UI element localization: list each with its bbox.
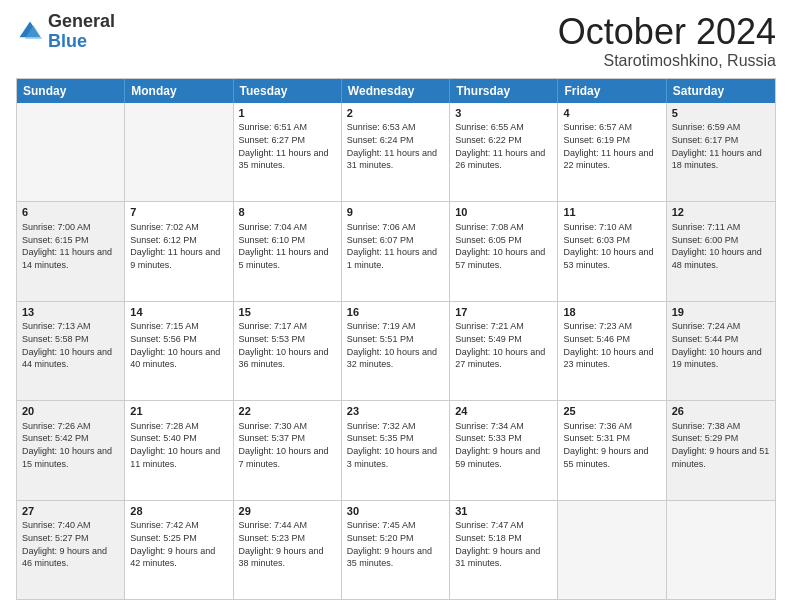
day-info: Sunrise: 6:59 AM Sunset: 6:17 PM Dayligh… (672, 121, 770, 171)
day-number: 23 (347, 404, 444, 419)
calendar-cell: 4Sunrise: 6:57 AM Sunset: 6:19 PM Daylig… (558, 103, 666, 201)
day-number: 9 (347, 205, 444, 220)
calendar-cell: 18Sunrise: 7:23 AM Sunset: 5:46 PM Dayli… (558, 302, 666, 400)
day-info: Sunrise: 6:53 AM Sunset: 6:24 PM Dayligh… (347, 121, 444, 171)
title-month: October 2024 (558, 12, 776, 52)
calendar-body: 1Sunrise: 6:51 AM Sunset: 6:27 PM Daylig… (17, 103, 775, 599)
day-info: Sunrise: 7:13 AM Sunset: 5:58 PM Dayligh… (22, 320, 119, 370)
calendar-cell (558, 501, 666, 599)
day-number: 4 (563, 106, 660, 121)
day-info: Sunrise: 7:08 AM Sunset: 6:05 PM Dayligh… (455, 221, 552, 271)
day-number: 25 (563, 404, 660, 419)
day-number: 17 (455, 305, 552, 320)
calendar-row-2: 6Sunrise: 7:00 AM Sunset: 6:15 PM Daylig… (17, 201, 775, 300)
day-number: 8 (239, 205, 336, 220)
calendar-cell: 17Sunrise: 7:21 AM Sunset: 5:49 PM Dayli… (450, 302, 558, 400)
calendar-cell: 9Sunrise: 7:06 AM Sunset: 6:07 PM Daylig… (342, 202, 450, 300)
weekday-header-tuesday: Tuesday (234, 79, 342, 103)
calendar-row-5: 27Sunrise: 7:40 AM Sunset: 5:27 PM Dayli… (17, 500, 775, 599)
calendar-cell: 25Sunrise: 7:36 AM Sunset: 5:31 PM Dayli… (558, 401, 666, 499)
calendar-row-1: 1Sunrise: 6:51 AM Sunset: 6:27 PM Daylig… (17, 103, 775, 201)
calendar-cell: 1Sunrise: 6:51 AM Sunset: 6:27 PM Daylig… (234, 103, 342, 201)
day-info: Sunrise: 7:40 AM Sunset: 5:27 PM Dayligh… (22, 519, 119, 569)
calendar-cell: 21Sunrise: 7:28 AM Sunset: 5:40 PM Dayli… (125, 401, 233, 499)
day-number: 2 (347, 106, 444, 121)
day-info: Sunrise: 7:36 AM Sunset: 5:31 PM Dayligh… (563, 420, 660, 470)
day-number: 14 (130, 305, 227, 320)
weekday-header-friday: Friday (558, 79, 666, 103)
day-number: 19 (672, 305, 770, 320)
calendar-row-4: 20Sunrise: 7:26 AM Sunset: 5:42 PM Dayli… (17, 400, 775, 499)
day-number: 11 (563, 205, 660, 220)
day-info: Sunrise: 7:15 AM Sunset: 5:56 PM Dayligh… (130, 320, 227, 370)
day-info: Sunrise: 7:11 AM Sunset: 6:00 PM Dayligh… (672, 221, 770, 271)
day-number: 18 (563, 305, 660, 320)
calendar-cell: 5Sunrise: 6:59 AM Sunset: 6:17 PM Daylig… (667, 103, 775, 201)
calendar-cell (17, 103, 125, 201)
day-number: 29 (239, 504, 336, 519)
calendar-cell: 29Sunrise: 7:44 AM Sunset: 5:23 PM Dayli… (234, 501, 342, 599)
calendar-cell: 24Sunrise: 7:34 AM Sunset: 5:33 PM Dayli… (450, 401, 558, 499)
day-info: Sunrise: 7:17 AM Sunset: 5:53 PM Dayligh… (239, 320, 336, 370)
logo-blue-text: Blue (48, 32, 115, 52)
calendar-cell: 20Sunrise: 7:26 AM Sunset: 5:42 PM Dayli… (17, 401, 125, 499)
day-info: Sunrise: 6:57 AM Sunset: 6:19 PM Dayligh… (563, 121, 660, 171)
day-info: Sunrise: 6:55 AM Sunset: 6:22 PM Dayligh… (455, 121, 552, 171)
day-number: 6 (22, 205, 119, 220)
title-block: October 2024 Starotimoshkino, Russia (558, 12, 776, 70)
day-info: Sunrise: 7:47 AM Sunset: 5:18 PM Dayligh… (455, 519, 552, 569)
day-number: 10 (455, 205, 552, 220)
day-info: Sunrise: 7:10 AM Sunset: 6:03 PM Dayligh… (563, 221, 660, 271)
day-number: 21 (130, 404, 227, 419)
logo-text: General Blue (48, 12, 115, 52)
calendar-cell: 16Sunrise: 7:19 AM Sunset: 5:51 PM Dayli… (342, 302, 450, 400)
day-info: Sunrise: 7:24 AM Sunset: 5:44 PM Dayligh… (672, 320, 770, 370)
weekday-header-sunday: Sunday (17, 79, 125, 103)
day-number: 1 (239, 106, 336, 121)
day-info: Sunrise: 7:26 AM Sunset: 5:42 PM Dayligh… (22, 420, 119, 470)
day-number: 15 (239, 305, 336, 320)
calendar-cell: 26Sunrise: 7:38 AM Sunset: 5:29 PM Dayli… (667, 401, 775, 499)
day-number: 26 (672, 404, 770, 419)
weekday-header-saturday: Saturday (667, 79, 775, 103)
calendar-cell: 3Sunrise: 6:55 AM Sunset: 6:22 PM Daylig… (450, 103, 558, 201)
calendar-cell: 6Sunrise: 7:00 AM Sunset: 6:15 PM Daylig… (17, 202, 125, 300)
calendar-cell: 27Sunrise: 7:40 AM Sunset: 5:27 PM Dayli… (17, 501, 125, 599)
day-number: 30 (347, 504, 444, 519)
day-info: Sunrise: 7:45 AM Sunset: 5:20 PM Dayligh… (347, 519, 444, 569)
day-number: 20 (22, 404, 119, 419)
day-number: 7 (130, 205, 227, 220)
calendar-cell (667, 501, 775, 599)
day-info: Sunrise: 7:30 AM Sunset: 5:37 PM Dayligh… (239, 420, 336, 470)
day-info: Sunrise: 7:19 AM Sunset: 5:51 PM Dayligh… (347, 320, 444, 370)
day-number: 12 (672, 205, 770, 220)
weekday-header-monday: Monday (125, 79, 233, 103)
day-info: Sunrise: 7:00 AM Sunset: 6:15 PM Dayligh… (22, 221, 119, 271)
day-info: Sunrise: 6:51 AM Sunset: 6:27 PM Dayligh… (239, 121, 336, 171)
calendar-cell: 8Sunrise: 7:04 AM Sunset: 6:10 PM Daylig… (234, 202, 342, 300)
calendar-cell: 14Sunrise: 7:15 AM Sunset: 5:56 PM Dayli… (125, 302, 233, 400)
calendar-cell: 15Sunrise: 7:17 AM Sunset: 5:53 PM Dayli… (234, 302, 342, 400)
header: General Blue October 2024 Starotimoshkin… (16, 12, 776, 70)
day-info: Sunrise: 7:23 AM Sunset: 5:46 PM Dayligh… (563, 320, 660, 370)
calendar-cell: 19Sunrise: 7:24 AM Sunset: 5:44 PM Dayli… (667, 302, 775, 400)
day-info: Sunrise: 7:02 AM Sunset: 6:12 PM Dayligh… (130, 221, 227, 271)
day-info: Sunrise: 7:06 AM Sunset: 6:07 PM Dayligh… (347, 221, 444, 271)
day-info: Sunrise: 7:34 AM Sunset: 5:33 PM Dayligh… (455, 420, 552, 470)
day-number: 22 (239, 404, 336, 419)
title-location: Starotimoshkino, Russia (558, 52, 776, 70)
day-number: 5 (672, 106, 770, 121)
day-info: Sunrise: 7:21 AM Sunset: 5:49 PM Dayligh… (455, 320, 552, 370)
calendar-cell: 30Sunrise: 7:45 AM Sunset: 5:20 PM Dayli… (342, 501, 450, 599)
calendar-cell: 7Sunrise: 7:02 AM Sunset: 6:12 PM Daylig… (125, 202, 233, 300)
calendar-cell: 10Sunrise: 7:08 AM Sunset: 6:05 PM Dayli… (450, 202, 558, 300)
logo-general-text: General (48, 12, 115, 32)
calendar-cell: 28Sunrise: 7:42 AM Sunset: 5:25 PM Dayli… (125, 501, 233, 599)
page: General Blue October 2024 Starotimoshkin… (0, 0, 792, 612)
calendar-cell: 22Sunrise: 7:30 AM Sunset: 5:37 PM Dayli… (234, 401, 342, 499)
day-info: Sunrise: 7:28 AM Sunset: 5:40 PM Dayligh… (130, 420, 227, 470)
day-number: 28 (130, 504, 227, 519)
calendar-header: SundayMondayTuesdayWednesdayThursdayFrid… (17, 79, 775, 103)
calendar-cell (125, 103, 233, 201)
day-info: Sunrise: 7:44 AM Sunset: 5:23 PM Dayligh… (239, 519, 336, 569)
